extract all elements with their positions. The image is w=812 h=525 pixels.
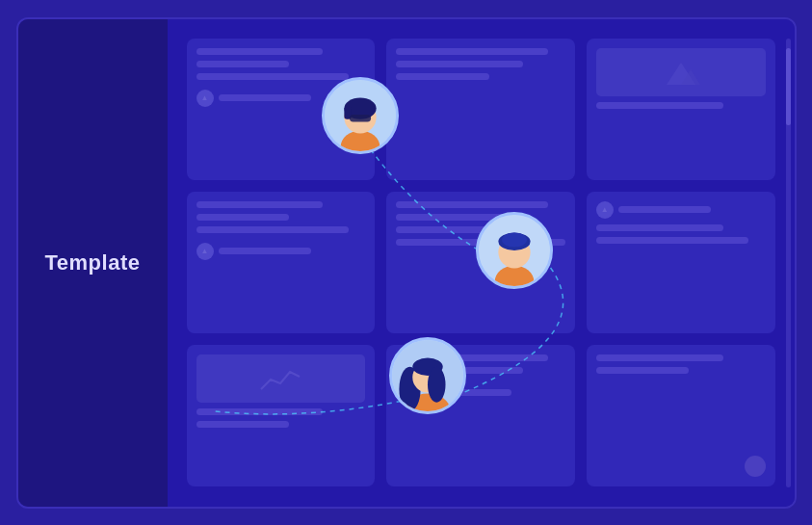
main-content: [168, 19, 795, 507]
card-line: [196, 61, 290, 67]
card-line: [396, 61, 523, 67]
chart-icon: [256, 362, 304, 396]
card-line: [396, 226, 489, 233]
card-line: [196, 214, 290, 221]
card-line: [196, 408, 324, 415]
sidebar: Template: [18, 19, 168, 507]
avatar-3: [389, 337, 466, 414]
card-line: [396, 48, 548, 55]
mountain-icon: [662, 58, 700, 87]
ui-card-3: [587, 39, 775, 180]
svg-point-18: [428, 366, 446, 402]
card-line: [396, 73, 489, 80]
card-line: [196, 421, 290, 428]
svg-point-12: [502, 232, 527, 247]
card-line: [618, 206, 712, 213]
main-card: Template: [16, 17, 797, 509]
ui-card-9: [587, 345, 775, 486]
card-line: [596, 224, 723, 231]
card-line: [196, 226, 349, 233]
user-icon: [196, 243, 214, 260]
user-icon: [596, 201, 614, 219]
card-line: [396, 201, 548, 208]
scrollbar-thumb[interactable]: [786, 48, 791, 125]
scrollbar[interactable]: [786, 39, 791, 487]
card-line: [596, 367, 690, 374]
ui-card-2: [386, 39, 575, 180]
card-line: [196, 73, 349, 80]
ui-card-6: [587, 192, 775, 333]
card-line: [596, 237, 748, 244]
card-line: [219, 248, 312, 254]
card-line: [596, 102, 723, 109]
card-line: [196, 201, 324, 208]
card-line: [196, 48, 324, 55]
ui-card-4: [187, 192, 376, 333]
card-image: [196, 354, 366, 403]
card-line: [596, 354, 723, 361]
card-line: [219, 94, 312, 101]
card-image: [596, 48, 766, 96]
user-icon: [196, 90, 214, 107]
avatar-1: [322, 77, 399, 154]
avatar-male-1-svg: [325, 80, 396, 151]
avatar-male-2-svg: [479, 215, 550, 286]
svg-rect-7: [349, 115, 370, 121]
dot-accent: [745, 456, 766, 477]
avatar-2: [476, 212, 553, 289]
sidebar-title: Template: [45, 250, 141, 276]
avatar-female-svg: [392, 340, 463, 411]
ui-card-7: [187, 345, 376, 486]
